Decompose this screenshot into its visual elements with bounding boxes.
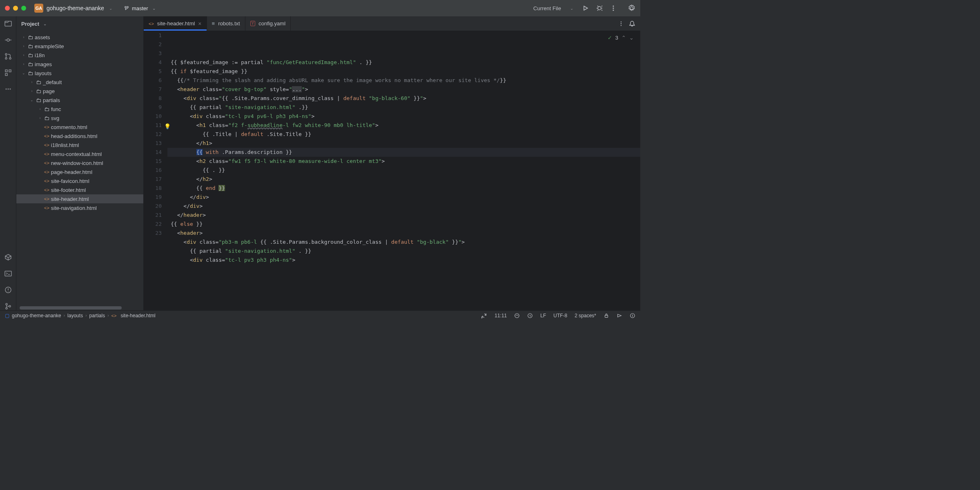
file-encoding[interactable]: UTF-8 (553, 313, 567, 318)
chevron-down-icon[interactable]: ⌄ (109, 6, 112, 11)
notifications-icon[interactable] (629, 20, 635, 27)
tree-item-func[interactable]: ›🗀func (16, 105, 143, 114)
readonly-icon[interactable] (604, 313, 609, 318)
code-line[interactable]: {{ else }} (167, 220, 640, 229)
tree-item-site-header-html[interactable]: <>site-header.html (16, 194, 143, 203)
tree-item-_default[interactable]: ›🗀_default (16, 78, 143, 87)
editor-tab-robots-txt[interactable]: ≡robots.txt (207, 16, 245, 31)
project-name[interactable]: gohugo-theme-ananke (47, 5, 104, 11)
code-line[interactable]: </header> (167, 211, 640, 220)
gutter-line[interactable]: 4 (144, 58, 162, 67)
gutter-line[interactable]: 23 (144, 229, 162, 238)
maximize-window-button[interactable] (21, 6, 26, 11)
tree-item-svg[interactable]: ›🗀svg (16, 114, 143, 122)
code-line[interactable]: <header class="cover bg-top" style="..."… (167, 85, 640, 94)
run-icon[interactable] (582, 5, 589, 11)
code-line[interactable]: </h2> (167, 175, 640, 184)
tab-more-icon[interactable] (618, 21, 624, 27)
debug-icon[interactable] (596, 5, 603, 11)
gutter-line[interactable]: 9 (144, 103, 162, 112)
breadcrumb-segment[interactable]: gohugo-theme-ananke (12, 313, 61, 318)
terminal-tool-icon[interactable] (4, 270, 12, 278)
tree-item-site-navigation-html[interactable]: <>site-navigation.html (16, 203, 143, 212)
code-line[interactable]: {{ if $featured_image }} (167, 67, 640, 76)
code-line[interactable]: {{ with .Params.description }} (167, 148, 640, 157)
code-line[interactable]: {{ end }} (167, 184, 640, 193)
tree-item-layouts[interactable]: ⌄🗀layouts (16, 69, 143, 78)
gutter-line[interactable]: 13 (144, 139, 162, 148)
code-line[interactable]: <h1 class="f2 f-subheadline-l fw2 white-… (167, 121, 640, 130)
code-line[interactable]: <div class="tc-l pv3 ph3 ph4-ns"> (167, 256, 640, 265)
tree-item-site-footer-html[interactable]: <>site-footer.html (16, 185, 143, 194)
close-tab-icon[interactable]: × (198, 20, 201, 27)
code-editor[interactable]: 1234567891011💡121314151617181920212223 ✓… (144, 31, 640, 310)
code-line[interactable]: {{ .Title | default .Site.Title }} (167, 130, 640, 139)
tree-item-i18nlist-html[interactable]: <>i18nlist.html (16, 140, 143, 149)
file-tree[interactable]: ›🗀assets›🗀exampleSite›🗀i18n›🗀images⌄🗀lay… (16, 31, 143, 306)
gutter-line[interactable]: 14 (144, 148, 162, 157)
gutter-line[interactable]: 22 (144, 220, 162, 229)
code-line[interactable]: </div> (167, 193, 640, 202)
problems-tool-icon[interactable] (4, 286, 12, 294)
gutter-line[interactable]: 11💡 (144, 121, 162, 130)
gutter-line[interactable]: 17 (144, 175, 162, 184)
gutter-line[interactable]: 20 (144, 202, 162, 211)
code-line[interactable]: <div class="tc-l pv4 pv6-l ph3 ph4-ns"> (167, 112, 640, 121)
breadcrumb-segment[interactable]: partials (89, 313, 105, 318)
gutter-line[interactable]: 18 (144, 184, 162, 193)
time-status-icon[interactable] (527, 313, 533, 318)
tree-item-exampleSite[interactable]: ›🗀exampleSite (16, 42, 143, 51)
code-line[interactable]: {{ partial "site-navigation.html" .}} (167, 103, 640, 112)
code-line[interactable]: <header> (167, 229, 640, 238)
services-tool-icon[interactable] (4, 253, 12, 261)
gutter-line[interactable]: 1 (144, 31, 162, 40)
tree-item-site-favicon-html[interactable]: <>site-favicon.html (16, 176, 143, 185)
indent-setting[interactable]: 2 spaces* (575, 313, 596, 318)
editor-tab-site-header-html[interactable]: <>site-header.html× (144, 16, 207, 31)
code-line[interactable]: </div> (167, 202, 640, 211)
gutter-line[interactable]: 21 (144, 211, 162, 220)
gutter-line[interactable]: 10 (144, 112, 162, 121)
code-line[interactable]: {{ . }} (167, 166, 640, 175)
gutter-line[interactable]: 16 (144, 166, 162, 175)
power-save-icon[interactable] (630, 313, 635, 318)
code-line[interactable]: <div class="{{ .Site.Params.cover_dimmin… (167, 94, 640, 103)
editor-tab-config-yaml[interactable]: Yconfig.yaml (245, 16, 291, 31)
gutter-line[interactable]: 7 (144, 85, 162, 94)
pull-request-icon[interactable] (4, 52, 12, 60)
tree-item-images[interactable]: ›🗀images (16, 60, 143, 69)
tree-item-page[interactable]: ›🗀page (16, 87, 143, 96)
breadcrumb[interactable]: ▢gohugo-theme-ananke›layouts›partials›<>… (5, 313, 156, 318)
tree-item-commento-html[interactable]: <>commento.html (16, 122, 143, 131)
code-line[interactable]: {{ partial "site-navigation.html" . }} (167, 247, 640, 256)
code-line[interactable]: </h1> (167, 139, 640, 148)
vcs-tool-icon[interactable] (4, 302, 12, 310)
line-separator[interactable]: LF (540, 313, 546, 318)
settings-icon[interactable] (628, 4, 635, 12)
prev-highlight-icon[interactable]: ⌃ (621, 33, 626, 42)
chevron-down-icon[interactable]: ⌄ (570, 6, 573, 11)
tree-item-i18n[interactable]: ›🗀i18n (16, 51, 143, 60)
tree-item-assets[interactable]: ›🗀assets (16, 33, 143, 42)
structure-tool-icon[interactable] (4, 69, 12, 77)
gutter-line[interactable]: 12 (144, 130, 162, 139)
code-line[interactable]: <div class="pb3-m pb6-l {{ .Site.Params.… (167, 238, 640, 247)
project-tool-icon[interactable] (4, 20, 12, 28)
gutter-line[interactable]: 3 (144, 49, 162, 58)
inspection-widget[interactable]: ✓ 3 ⌃ ⌄ (608, 33, 634, 42)
sync-icon[interactable] (481, 313, 487, 318)
tree-item-new-window-icon-html[interactable]: <>new-window-icon.html (16, 158, 143, 167)
ai-status-icon[interactable] (514, 313, 520, 318)
gutter-line[interactable]: 15 (144, 157, 162, 166)
gutter-line[interactable]: 5 (144, 67, 162, 76)
code-line[interactable]: {{/* Trimming the slash and adding absUR… (167, 76, 640, 85)
gutter-line[interactable]: 19 (144, 193, 162, 202)
breadcrumb-segment[interactable]: layouts (67, 313, 83, 318)
tree-item-menu-contextual-html[interactable]: <>menu-contextual.html (16, 149, 143, 158)
code-line[interactable]: <h2 class="fw1 f5 f3-l white-80 measure-… (167, 157, 640, 166)
more-tool-icon[interactable] (4, 85, 12, 93)
next-highlight-icon[interactable]: ⌄ (629, 33, 634, 42)
tree-item-partials[interactable]: ⌄🗀partials (16, 96, 143, 105)
close-window-button[interactable] (5, 6, 10, 11)
code-line[interactable]: {{ $featured_image := partial "func/GetF… (167, 58, 640, 67)
